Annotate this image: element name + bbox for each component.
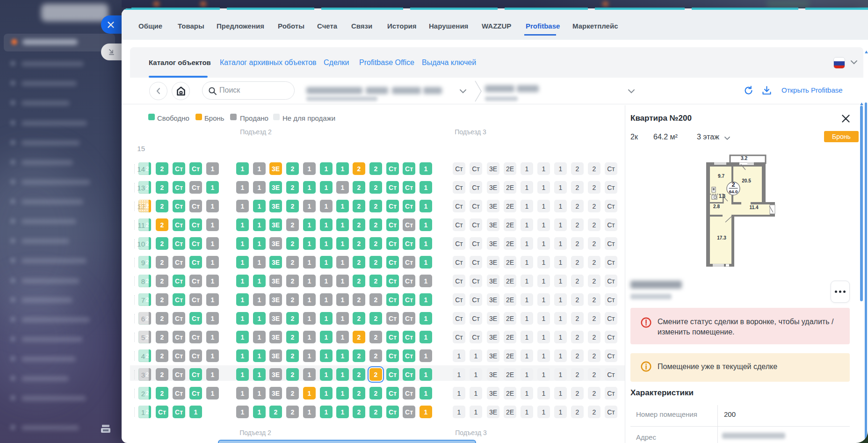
svg-text:2: 2 xyxy=(731,181,735,188)
svg-text:17.3: 17.3 xyxy=(717,235,726,240)
svg-text:9.7: 9.7 xyxy=(718,174,724,179)
svg-text:3.2: 3.2 xyxy=(741,156,747,161)
svg-text:20.5: 20.5 xyxy=(742,178,751,183)
svg-text:2.8: 2.8 xyxy=(713,204,720,209)
svg-text:1.3: 1.3 xyxy=(719,194,725,199)
svg-text:11.4: 11.4 xyxy=(750,205,759,210)
svg-text:64.0: 64.0 xyxy=(729,189,738,194)
